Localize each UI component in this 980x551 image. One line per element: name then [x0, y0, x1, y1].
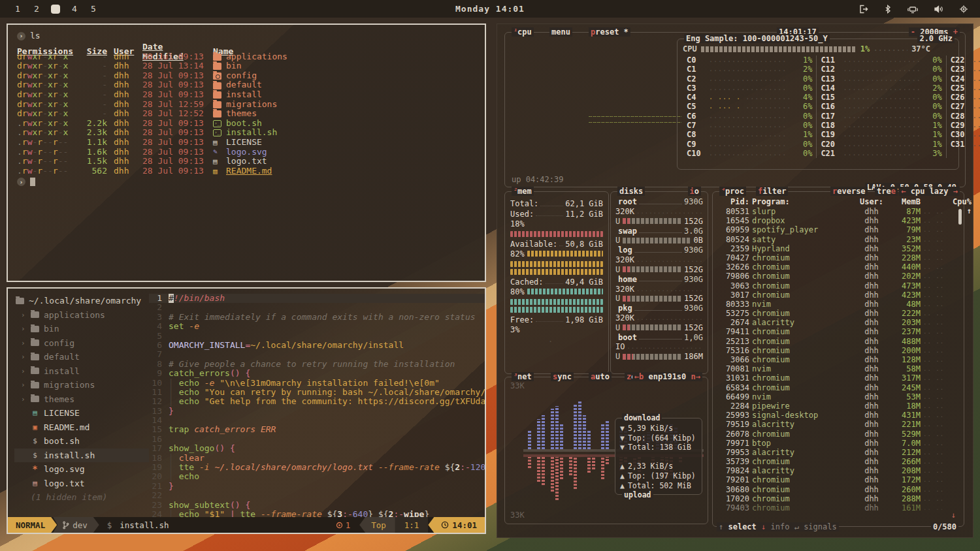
process-row[interactable]: 53275chromiumdhh222M.. .. ..0.0 — [718, 309, 957, 318]
code-line[interactable]: 7 — [149, 350, 485, 359]
code-line[interactable]: 23show_subtext() { — [149, 501, 485, 510]
reverse-button[interactable]: reverse — [830, 187, 868, 196]
menu-button[interactable]: menu — [549, 27, 572, 37]
mem-tab[interactable]: ²mem — [512, 187, 534, 196]
chevron-right-icon[interactable]: › — [21, 308, 26, 323]
code-line[interactable]: 19│ tte -i ~/.local/share/omarchy/logo.t… — [149, 463, 485, 472]
logout-icon[interactable] — [858, 5, 868, 14]
code-line[interactable]: 12│ echo "Get help from the community: h… — [149, 397, 485, 406]
net-sync-button[interactable]: sync — [551, 372, 574, 381]
filter-button[interactable]: filter — [756, 187, 788, 196]
process-row[interactable]: 3066chromiumdhh128M.. .. ..0.0 — [718, 355, 957, 364]
chevron-right-icon[interactable]: › — [21, 322, 26, 336]
network-icon[interactable] — [907, 5, 918, 14]
code-line[interactable]: 24│ echo "$1" | tte --frame-rate ${3:-64… — [149, 510, 485, 517]
code-line[interactable]: 4set -e — [149, 322, 485, 331]
net-interface[interactable]: ←b enp191s0 n→ — [632, 372, 702, 381]
chevron-right-icon[interactable]: › — [21, 336, 26, 351]
disks-tab[interactable]: disks — [617, 187, 645, 196]
prompt-line-input[interactable]: › — [17, 177, 476, 187]
code-line[interactable]: 21} — [149, 482, 485, 491]
info-button[interactable]: info — [771, 522, 790, 531]
tree-button[interactable]: tree — [875, 187, 898, 196]
process-row[interactable]: 79971btopdhh7.0M.. .. ..0.0 — [718, 439, 957, 448]
terminal-cursor[interactable] — [30, 178, 35, 186]
code-line[interactable]: 16 — [149, 435, 485, 444]
select-button[interactable]: select — [728, 522, 756, 531]
proc-tab[interactable]: ⁴proc — [719, 187, 746, 196]
tree-item-config[interactable]: ›config — [14, 336, 149, 351]
code-line[interactable]: 1#!/bin/bash — [149, 294, 485, 303]
process-row[interactable]: 35739chromiumdhh266M.. .. ..0.0 — [718, 457, 957, 466]
code-editor[interactable]: 1#!/bin/bash23# Exit immediately if a co… — [149, 289, 485, 517]
tree-item-logo.txt[interactable]: ▤logo.txt — [14, 477, 149, 491]
code-line[interactable]: 6OMARCHY_INSTALL=~/.local/share/omarchy/… — [149, 341, 485, 350]
process-row[interactable]: 3063chromiumdhh473M.. .. ..0.0 — [718, 281, 957, 291]
process-row[interactable]: 2284pipewiredhh18M.. .. ..0.0 — [718, 401, 957, 411]
tree-item-applications[interactable]: ›applications — [14, 308, 149, 323]
process-row[interactable]: 79403chromiumdhh161M.. .. ..0.0 — [718, 503, 957, 512]
code-line[interactable]: 5 — [149, 332, 485, 341]
code-line[interactable]: 3# Exit immediately if a command exits w… — [149, 313, 485, 322]
tree-item-logo.svg[interactable]: *logo.svg — [14, 462, 149, 477]
tree-item-migrations[interactable]: ›migrations — [14, 378, 149, 392]
volume-icon[interactable] — [934, 5, 943, 14]
net-auto-button[interactable]: auto — [589, 372, 612, 381]
process-row[interactable]: 25213chromiumdhh488M.. .. ..0.0 — [718, 337, 957, 346]
process-row[interactable]: 79824alacrittydhh208M.. .. ..0.0 — [718, 466, 957, 475]
code-line[interactable]: 9catch_errors() { — [149, 369, 485, 378]
code-line[interactable]: 2 — [149, 303, 485, 312]
process-row[interactable]: 79201chromiumdhh172M.. .. ..0.0 — [718, 475, 957, 484]
chevron-right-icon[interactable]: › — [21, 378, 26, 392]
chevron-right-icon[interactable]: › — [21, 364, 26, 379]
process-row[interactable]: 70081nvimdhh58M.. .. ..0.0 — [718, 364, 957, 373]
cpu-tab[interactable]: ¹cpu — [512, 27, 534, 37]
process-row[interactable]: 30680chromiumdhh260M.. .. ..0.0 — [718, 485, 957, 494]
io-mode-button[interactable]: io — [688, 187, 701, 196]
process-row[interactable]: 75316chromiumdhh200M.. .. ..0.0 — [718, 346, 957, 355]
process-row[interactable]: 65834chromiumdhh245M.. .. ..0.0 — [718, 383, 957, 392]
process-row[interactable]: 25993signal-desktopdhh431M.. .. ..0.0 — [718, 411, 957, 420]
process-row[interactable]: 66499nvimdhh53M.. .. ..0.0 — [718, 392, 957, 401]
tree-item-install[interactable]: ›install — [14, 364, 149, 379]
code-line[interactable]: 17show_logo() { — [149, 444, 485, 453]
process-row[interactable]: 3017chromiumdhh423M.. .. ..0.0 — [718, 291, 957, 300]
process-row[interactable]: 79411chromiumdhh237M.. .. ..0.0 — [718, 327, 957, 336]
code-line[interactable]: 22 — [149, 491, 485, 500]
process-row[interactable]: 2674alacrittydhh203M.. .. ..0.0 — [718, 318, 957, 327]
sort-column-selector[interactable]: ← cpu lazy → — [899, 187, 960, 196]
process-row[interactable]: 69959spotify_playerdhh79M.. .. ..0.0 — [718, 225, 957, 234]
process-row[interactable]: 80333nvimdhh48M.. .. ..0.0 — [718, 300, 957, 309]
chevron-right-icon[interactable]: › — [21, 350, 26, 364]
net-tab[interactable]: ³net — [512, 372, 534, 381]
process-row[interactable]: 79806chromiumdhh202M.. .. ..0.0 — [718, 272, 957, 281]
tree-item-bin[interactable]: ›bin — [14, 322, 149, 336]
process-header-row[interactable]: Pid: Program: User: MemB Cpu% ↑ — [718, 197, 957, 207]
code-line[interactable]: 11│ echo "You can retry by running: bash… — [149, 388, 485, 397]
code-line[interactable]: 14 — [149, 416, 485, 425]
tree-item-default[interactable]: ›default — [14, 350, 149, 364]
process-row[interactable]: 2359Hyprlanddhh352M.. .. ..0.0 — [718, 244, 957, 253]
process-row[interactable]: 17020chromiumdhh288M.. .. ..0.0 — [718, 494, 957, 503]
process-row[interactable]: 16545dropboxdhh423M.. .. ..0.0 — [718, 216, 957, 225]
process-row[interactable]: 79953alacrittydhh212M.. .. ..0.0 — [718, 448, 957, 457]
process-row[interactable]: 70427chromiumdhh228M.. .. ..0.0 — [718, 253, 957, 262]
tree-item-README.md[interactable]: ▣README.md — [14, 420, 149, 435]
code-line[interactable]: 8# Give people a chance to retry running… — [149, 360, 485, 369]
chevron-right-icon[interactable]: › — [21, 392, 26, 407]
tree-item-LICENSE[interactable]: ▤LICENSE — [14, 406, 149, 420]
process-row[interactable]: 32626chromiumdhh440M.. .. ..0.0 — [718, 262, 957, 272]
code-line[interactable]: 20│ echo — [149, 472, 485, 481]
tree-item-1hiddenitem[interactable]: (1 hidden item) — [14, 490, 149, 505]
code-line[interactable]: 10│ echo -e "\n\e[31mOmarchy installatio… — [149, 379, 485, 388]
tree-item-install.sh[interactable]: $install.sh — [14, 449, 149, 463]
preset-button[interactable]: preset * — [589, 27, 630, 37]
signals-button[interactable]: signals — [804, 522, 837, 531]
tree-root[interactable]: ~/.local/share/omarchy — [14, 294, 149, 308]
process-row[interactable]: 31031chromiumdhh317M.. .. ..0.0 — [718, 373, 957, 383]
code-line[interactable]: 13} — [149, 407, 485, 416]
process-row[interactable]: 26078chromiumdhh529M.. .. ..0.0 — [718, 430, 957, 439]
settings-icon[interactable] — [959, 5, 968, 14]
code-line[interactable]: 15trap catch_errors ERR — [149, 425, 485, 434]
code-line[interactable]: 18│ clear — [149, 454, 485, 463]
